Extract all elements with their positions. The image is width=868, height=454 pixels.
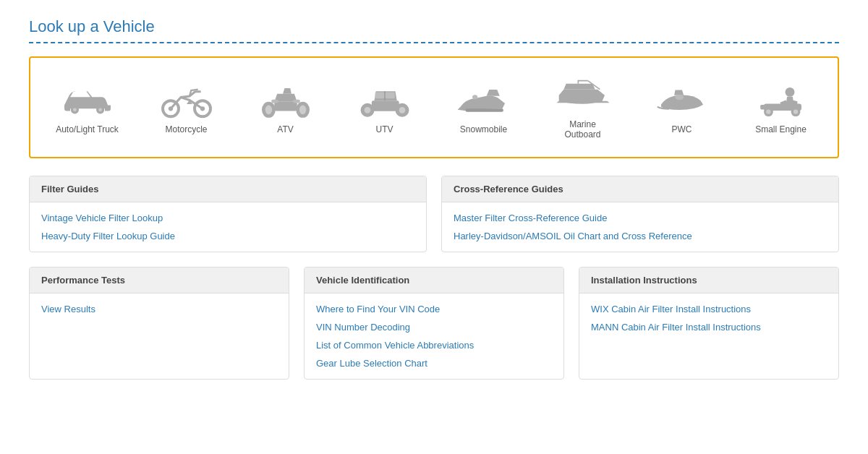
svg-point-31 — [766, 109, 770, 113]
cross-reference-card: Cross-Reference Guides Master Filter Cro… — [441, 176, 839, 252]
bottom-row: Performance Tests View Results Vehicle I… — [29, 267, 839, 380]
vintage-vehicle-link[interactable]: Vintage Vehicle Filter Lookup — [41, 213, 414, 223]
view-results-link[interactable]: View Results — [41, 304, 277, 314]
svg-point-2 — [73, 108, 77, 111]
svg-rect-13 — [271, 100, 278, 103]
vehicle-item-pwc[interactable]: PWC — [639, 80, 726, 134]
guides-row: Filter Guides Vintage Vehicle Filter Loo… — [29, 176, 839, 252]
svg-point-18 — [399, 107, 405, 113]
boat-icon — [554, 75, 612, 115]
filter-guides-card: Filter Guides Vintage Vehicle Filter Loo… — [29, 176, 427, 252]
performance-tests-header: Performance Tests — [30, 267, 289, 294]
vehicle-label-utv: UTV — [376, 124, 393, 134]
vehicle-item-marine-outboard[interactable]: MarineOutboard — [540, 75, 626, 140]
vehicle-label-small-engine: Small Engine — [755, 124, 807, 134]
svg-rect-21 — [375, 93, 384, 99]
vehicle-label-snowmobile: Snowmobile — [460, 124, 507, 134]
harley-davidson-link[interactable]: Harley-Davidson/AMSOIL Oil Chart and Cro… — [454, 231, 827, 241]
wix-cabin-air-link[interactable]: WIX Cabin Air Filter Install Instruction… — [591, 304, 827, 314]
installation-instructions-body: WIX Cabin Air Filter Install Instruction… — [579, 294, 838, 343]
svg-point-32 — [793, 109, 797, 113]
vehicle-label-pwc: PWC — [672, 124, 692, 134]
filter-guides-body: Vintage Vehicle Filter Lookup Heavy-Duty… — [30, 202, 426, 252]
vin-decoding-link[interactable]: VIN Number Decoding — [316, 322, 552, 333]
svg-point-3 — [98, 108, 102, 111]
svg-point-25 — [675, 95, 684, 100]
vin-code-link[interactable]: Where to Find Your VIN Code — [316, 304, 552, 314]
vehicle-label-marine-outboard: MarineOutboard — [564, 119, 600, 140]
performance-tests-card: Performance Tests View Results — [29, 267, 289, 380]
vehicle-identification-body: Where to Find Your VIN Code VIN Number D… — [305, 294, 563, 379]
performance-tests-body: View Results — [30, 294, 289, 325]
mann-cabin-air-link[interactable]: MANN Cabin Air Filter Install Instructio… — [591, 322, 827, 333]
small-engine-icon — [752, 80, 810, 120]
vehicle-item-motorcycle[interactable]: Motorcycle — [143, 80, 230, 134]
heavy-duty-link[interactable]: Heavy-Duty Filter Lookup Guide — [41, 231, 414, 241]
svg-point-11 — [299, 106, 305, 115]
vehicle-identification-card: Vehicle Identification Where to Find You… — [304, 267, 564, 380]
svg-point-24 — [472, 95, 477, 99]
svg-point-17 — [364, 107, 370, 113]
filter-guides-header: Filter Guides — [30, 176, 426, 202]
pwc-icon — [653, 80, 711, 120]
snowmobile-icon — [455, 80, 513, 120]
svg-rect-23 — [465, 108, 503, 111]
vehicle-item-auto-light-truck[interactable]: Auto/Light Truck — [44, 80, 131, 134]
installation-instructions-header: Installation Instructions — [579, 267, 838, 294]
svg-rect-19 — [371, 100, 399, 111]
vehicle-label-motorcycle: Motorcycle — [165, 124, 207, 134]
vehicle-item-utv[interactable]: UTV — [341, 80, 428, 134]
vehicle-identification-header: Vehicle Identification — [305, 267, 563, 294]
car-icon — [59, 80, 116, 120]
cross-reference-header: Cross-Reference Guides — [442, 176, 838, 202]
vehicle-label-atv: ATV — [277, 124, 293, 134]
atv-icon — [257, 80, 315, 120]
vehicle-label-auto-light-truck: Auto/Light Truck — [56, 124, 119, 134]
svg-point-26 — [785, 87, 794, 97]
vehicle-icons-row: Auto/Light Truck Motorcycle — [38, 75, 830, 140]
vehicle-selector-box: Auto/Light Truck Motorcycle — [29, 56, 839, 158]
vehicle-item-atv[interactable]: ATV — [242, 80, 329, 134]
vehicle-abbreviations-link[interactable]: List of Common Vehicle Abbreviations — [316, 340, 552, 351]
cross-reference-body: Master Filter Cross-Reference Guide Harl… — [442, 202, 838, 252]
motorcycle-icon — [158, 80, 216, 120]
svg-rect-14 — [293, 100, 299, 103]
vehicle-item-small-engine[interactable]: Small Engine — [738, 80, 825, 134]
page-title: Look up a Vehicle — [29, 17, 839, 36]
installation-instructions-card: Installation Instructions WIX Cabin Air … — [579, 267, 839, 380]
svg-rect-22 — [385, 93, 394, 99]
master-filter-link[interactable]: Master Filter Cross-Reference Guide — [454, 213, 827, 223]
gear-lube-link[interactable]: Gear Lube Selection Chart — [316, 358, 552, 369]
title-divider — [29, 42, 839, 43]
svg-rect-12 — [274, 102, 297, 111]
svg-point-10 — [265, 106, 271, 115]
utv-icon — [356, 80, 414, 120]
vehicle-item-snowmobile[interactable]: Snowmobile — [441, 80, 527, 134]
